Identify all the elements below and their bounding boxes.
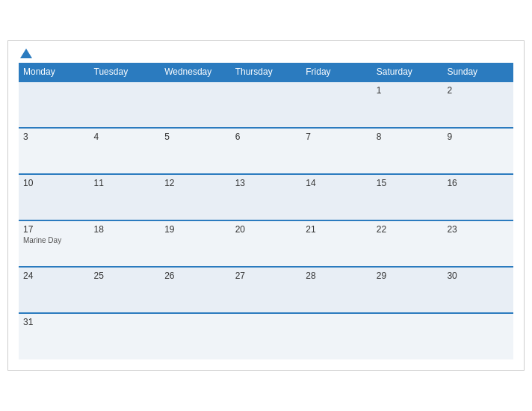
day-number: 28 bbox=[306, 271, 368, 281]
day-number: 17 bbox=[23, 224, 85, 235]
calendar-cell bbox=[301, 313, 372, 359]
day-number: 3 bbox=[23, 132, 85, 142]
calendar-cell: 31 bbox=[19, 313, 90, 359]
day-number: 18 bbox=[94, 224, 156, 235]
day-number: 5 bbox=[164, 132, 226, 142]
day-number: 10 bbox=[23, 178, 85, 188]
calendar-cell: 19 bbox=[160, 220, 231, 267]
logo-triangle-icon bbox=[20, 49, 32, 58]
day-number: 21 bbox=[306, 224, 368, 235]
day-number: 20 bbox=[235, 224, 297, 235]
calendar-cell: 1 bbox=[372, 81, 443, 128]
calendar-cell: 26 bbox=[160, 267, 231, 313]
calendar-cell: 5 bbox=[160, 128, 231, 174]
week-row-3: 10111213141516 bbox=[19, 174, 513, 220]
calendar-cell bbox=[231, 81, 302, 128]
day-number: 12 bbox=[164, 178, 226, 188]
day-number: 27 bbox=[235, 271, 297, 281]
days-header-row: MondayTuesdayWednesdayThursdayFridaySatu… bbox=[19, 63, 513, 81]
calendar-cell: 3 bbox=[19, 128, 90, 174]
calendar-cell: 25 bbox=[90, 267, 161, 313]
calendar-cell: 17Marine Day bbox=[19, 220, 90, 267]
day-header-tuesday: Tuesday bbox=[90, 63, 161, 81]
calendar-cell: 11 bbox=[90, 174, 161, 220]
day-number: 25 bbox=[94, 271, 156, 281]
calendar-table: MondayTuesdayWednesdayThursdayFridaySatu… bbox=[19, 63, 513, 359]
week-row-4: 17Marine Day181920212223 bbox=[19, 220, 513, 267]
calendar-cell: 12 bbox=[160, 174, 231, 220]
calendar-cell: 27 bbox=[231, 267, 302, 313]
calendar-cell: 30 bbox=[442, 267, 513, 313]
calendar-cell: 22 bbox=[372, 220, 443, 267]
calendar-cell bbox=[301, 81, 372, 128]
calendar-cell bbox=[231, 313, 302, 359]
calendar-cell: 15 bbox=[372, 174, 443, 220]
day-header-thursday: Thursday bbox=[231, 63, 302, 81]
day-number: 2 bbox=[447, 85, 509, 96]
calendar-cell: 16 bbox=[442, 174, 513, 220]
day-number: 19 bbox=[164, 224, 226, 235]
logo bbox=[19, 49, 32, 58]
week-row-1: 12 bbox=[19, 81, 513, 128]
week-row-6: 31 bbox=[19, 313, 513, 359]
day-number: 23 bbox=[447, 224, 509, 235]
calendar-cell: 28 bbox=[301, 267, 372, 313]
day-number: 30 bbox=[447, 271, 509, 281]
day-number: 11 bbox=[94, 178, 156, 188]
day-number: 1 bbox=[377, 85, 439, 96]
week-row-5: 24252627282930 bbox=[19, 267, 513, 313]
calendar-cell: 2 bbox=[442, 81, 513, 128]
calendar-cell: 24 bbox=[19, 267, 90, 313]
calendar-cell bbox=[90, 81, 161, 128]
day-header-wednesday: Wednesday bbox=[160, 63, 231, 81]
calendar-cell bbox=[372, 313, 443, 359]
calendar-cell: 7 bbox=[301, 128, 372, 174]
day-number: 15 bbox=[377, 178, 439, 188]
calendar-wrapper: MondayTuesdayWednesdayThursdayFridaySatu… bbox=[7, 40, 525, 371]
calendar-cell: 18 bbox=[90, 220, 161, 267]
calendar-cell bbox=[160, 313, 231, 359]
day-number: 14 bbox=[306, 178, 368, 188]
calendar-cell bbox=[19, 81, 90, 128]
day-number: 8 bbox=[377, 132, 439, 142]
day-number: 26 bbox=[164, 271, 226, 281]
calendar-cell: 8 bbox=[372, 128, 443, 174]
day-number: 7 bbox=[306, 132, 368, 142]
day-number: 24 bbox=[23, 271, 85, 281]
day-header-friday: Friday bbox=[301, 63, 372, 81]
calendar-header bbox=[19, 49, 513, 58]
day-number: 29 bbox=[377, 271, 439, 281]
calendar-cell bbox=[442, 313, 513, 359]
calendar-cell: 21 bbox=[301, 220, 372, 267]
calendar-cell: 13 bbox=[231, 174, 302, 220]
calendar-cell bbox=[90, 313, 161, 359]
day-number: 9 bbox=[447, 132, 509, 142]
calendar-cell: 20 bbox=[231, 220, 302, 267]
calendar-cell: 9 bbox=[442, 128, 513, 174]
day-number: 4 bbox=[94, 132, 156, 142]
day-number: 6 bbox=[235, 132, 297, 142]
calendar-cell: 29 bbox=[372, 267, 443, 313]
calendar-cell bbox=[160, 81, 231, 128]
day-number: 22 bbox=[377, 224, 439, 235]
week-row-2: 3456789 bbox=[19, 128, 513, 174]
day-header-sunday: Sunday bbox=[442, 63, 513, 81]
calendar-cell: 14 bbox=[301, 174, 372, 220]
holiday-label: Marine Day bbox=[23, 236, 85, 244]
calendar-cell: 10 bbox=[19, 174, 90, 220]
day-number: 13 bbox=[235, 178, 297, 188]
day-header-monday: Monday bbox=[19, 63, 90, 81]
day-header-saturday: Saturday bbox=[372, 63, 443, 81]
calendar-cell: 4 bbox=[90, 128, 161, 174]
day-number: 31 bbox=[23, 317, 85, 327]
calendar-cell: 23 bbox=[442, 220, 513, 267]
day-number: 16 bbox=[447, 178, 509, 188]
calendar-cell: 6 bbox=[231, 128, 302, 174]
